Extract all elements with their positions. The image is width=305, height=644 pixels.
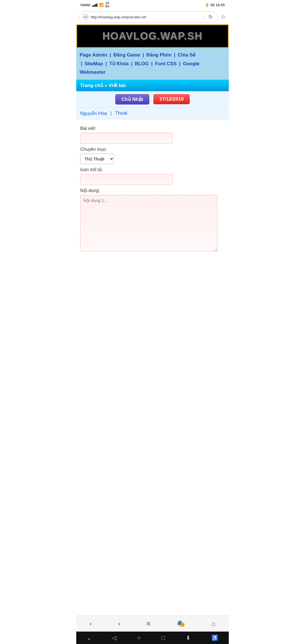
bai-viet-label: Bài viết [80, 126, 225, 131]
icon-mo-ta-input[interactable] [80, 174, 173, 185]
logout-link[interactable]: Thoát [115, 110, 127, 116]
nav-blog[interactable]: BLOG [135, 61, 149, 66]
ad-icon: AD [83, 14, 88, 20]
day-button[interactable]: Chủ Nhật [115, 94, 149, 105]
breadcrumb: Trang chủ » Viết bài [76, 80, 229, 91]
user-sep: | [110, 110, 112, 116]
noi-dung-label: Nội dung: [80, 188, 225, 193]
site-title: HOAVLOG.WAP.SH [80, 30, 225, 42]
nav-dang-phim[interactable]: Đăng Phim [147, 52, 172, 58]
battery-icon: 🔋 [205, 3, 209, 7]
nav-page-admin[interactable]: Page Admin [80, 52, 107, 58]
status-left: Viettel 📶 50B/s [80, 2, 109, 8]
nav-chia-se[interactable]: Chia Sẻ [178, 52, 196, 58]
status-right: 🔋 58 16:45 [205, 3, 225, 7]
url-bar[interactable]: AD http://hoavlog.wap.sh/post-tien-ich ↻ [79, 11, 218, 23]
form-area: Bài viết Chuyên mục: Thủ Thuật Game Phim… [76, 119, 229, 256]
url-text: http://hoavlog.wap.sh/post-tien-ich [91, 15, 202, 19]
nav-bar: Page Admin | Đăng Game | Đăng Phim | Chi… [76, 48, 229, 80]
noi-dung-textarea[interactable] [80, 195, 217, 251]
browser-bar: AD http://hoavlog.wap.sh/post-tien-ich ↻… [76, 10, 229, 24]
battery-label: 58 [210, 3, 214, 7]
nav-tu-khoa[interactable]: Từ Khóa [109, 61, 129, 66]
time-label: 16:45 [215, 3, 225, 7]
user-row: Nguyễn Hòa | Thoát [76, 108, 229, 119]
bai-viet-input[interactable] [80, 133, 173, 144]
speed-label: 50B/s [105, 2, 109, 8]
bookmark-button[interactable]: ☆ [220, 13, 226, 21]
date-button[interactable]: 27/12/2019 [153, 94, 190, 104]
carrier-label: Viettel [80, 3, 90, 7]
site-header: HOAVLOG.WAP.SH [76, 24, 229, 48]
nav-font-css[interactable]: Font CSS [155, 61, 177, 66]
signal-icon [92, 3, 97, 7]
icon-mo-ta-label: Icon mô tả: [80, 167, 225, 172]
user-name-link[interactable]: Nguyễn Hòa [80, 110, 107, 116]
divider [204, 14, 204, 19]
chuyen-muc-select[interactable]: Thủ Thuật Game Phim Tin Tức [80, 154, 114, 164]
reload-button[interactable]: ↻ [207, 13, 214, 21]
nav-dang-game[interactable]: Đăng Game [114, 52, 140, 58]
chuyen-muc-label: Chuyên mục: [80, 147, 225, 152]
date-row: Chủ Nhật 27/12/2019 [76, 91, 229, 108]
status-bar: Viettel 📶 50B/s 🔋 58 16:45 [76, 0, 229, 10]
wifi-icon: 📶 [99, 3, 104, 7]
nav-sitemap[interactable]: SiteMap [84, 61, 103, 66]
